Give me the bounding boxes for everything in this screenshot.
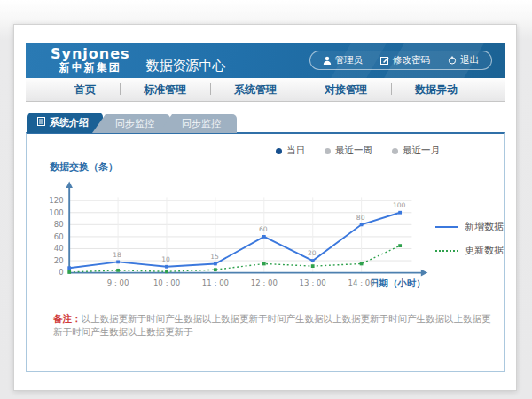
change-password-button[interactable]: 修改密码 bbox=[372, 54, 439, 66]
svg-text:60: 60 bbox=[54, 232, 64, 241]
nav-item-interface-mgmt[interactable]: 对接管理 bbox=[301, 82, 391, 98]
user-toolbar: 管理员 修改密码 退出 bbox=[309, 51, 493, 70]
company-logo: Synjones 新中新集团 bbox=[51, 47, 130, 73]
edit-icon bbox=[380, 56, 389, 65]
current-user-button[interactable]: 管理员 bbox=[314, 54, 372, 66]
nav-item-data-change[interactable]: 数据异动 bbox=[391, 82, 481, 98]
footnote-prefix: 备注： bbox=[53, 313, 82, 324]
range-option-label: 最近一周 bbox=[335, 145, 372, 157]
tab-sync-monitor-2[interactable]: 同步监控 bbox=[159, 114, 237, 133]
screen-background: Synjones 新中新集团 数据资源中心 管理员 修改密码 bbox=[0, 0, 532, 399]
svg-text:日期（小时）: 日期（小时） bbox=[370, 278, 425, 289]
current-user-label: 管理员 bbox=[335, 54, 364, 66]
svg-text:13：00: 13：00 bbox=[300, 278, 326, 287]
legend-label: 更新数据 bbox=[465, 244, 504, 257]
range-option-label: 最近一月 bbox=[403, 145, 440, 157]
svg-text:9：00: 9：00 bbox=[107, 278, 129, 287]
tab-sync-monitor-1[interactable]: 同步监控 bbox=[92, 114, 170, 133]
svg-text:11：00: 11：00 bbox=[202, 278, 229, 287]
svg-text:20: 20 bbox=[308, 249, 317, 257]
legend-item-new-data[interactable]: 新增数据 bbox=[435, 220, 504, 233]
svg-text:18: 18 bbox=[113, 251, 121, 259]
legend-line-dotted bbox=[435, 250, 458, 252]
nav-item-system-mgmt[interactable]: 系统管理 bbox=[210, 82, 301, 98]
logo-text-en: Synjones bbox=[51, 47, 130, 62]
svg-text:80: 80 bbox=[356, 214, 365, 222]
app-header: Synjones 新中新集团 数据资源中心 管理员 修改密码 bbox=[26, 43, 505, 78]
tab-label: 系统介绍 bbox=[50, 116, 89, 129]
svg-text:20: 20 bbox=[54, 256, 64, 265]
svg-text:10：00: 10：00 bbox=[153, 278, 180, 287]
power-icon bbox=[448, 56, 457, 65]
svg-text:120: 120 bbox=[49, 196, 63, 205]
range-option-today[interactable]: 当日 bbox=[276, 145, 305, 157]
svg-text:0: 0 bbox=[59, 268, 63, 277]
page-title: 数据资源中心 bbox=[146, 58, 226, 74]
svg-text:12：00: 12：00 bbox=[251, 278, 278, 287]
chart-legend: 新增数据 更新数据 bbox=[435, 220, 504, 294]
svg-text:40: 40 bbox=[54, 244, 64, 253]
range-option-last-month[interactable]: 最近一月 bbox=[392, 145, 440, 157]
svg-text:10: 10 bbox=[161, 255, 170, 263]
radio-dot-icon bbox=[392, 148, 398, 154]
user-icon bbox=[323, 56, 332, 65]
nav-item-home[interactable]: 首页 bbox=[51, 82, 120, 98]
main-nav: 首页 标准管理 系统管理 对接管理 数据异动 bbox=[26, 78, 505, 102]
logout-label: 退出 bbox=[460, 54, 479, 66]
svg-text:100: 100 bbox=[49, 208, 63, 217]
legend-label: 新增数据 bbox=[465, 220, 504, 233]
line-chart: 9：0010：0011：0012：0013：0014：0002040608010… bbox=[41, 176, 434, 294]
tab-system-intro[interactable]: 系统介绍 bbox=[27, 113, 103, 133]
legend-line-solid bbox=[435, 226, 458, 228]
radio-dot-icon bbox=[276, 148, 282, 154]
radio-dot-icon bbox=[325, 148, 331, 154]
footnote: 备注：以上数据更新于时间产生数据以上数据更新于时间产生数据以上数据更新于时间产生… bbox=[53, 312, 491, 338]
chart-block: 9：0010：0011：0012：0013：0014：0002040608010… bbox=[41, 176, 504, 294]
time-range-filter: 当日 最近一周 最近一月 bbox=[276, 145, 440, 157]
logo-text-cn: 新中新集团 bbox=[51, 62, 130, 74]
svg-text:80: 80 bbox=[54, 220, 64, 229]
legend-item-update-data[interactable]: 更新数据 bbox=[435, 244, 504, 257]
nav-item-standard-mgmt[interactable]: 标准管理 bbox=[120, 82, 210, 98]
change-password-label: 修改密码 bbox=[393, 54, 430, 66]
tab-bar: 系统介绍 同步监控 同步监控 bbox=[27, 113, 505, 133]
document-icon bbox=[37, 117, 45, 129]
page: Synjones 新中新集团 数据资源中心 管理员 修改密码 bbox=[13, 24, 517, 391]
chart-panel: 当日 最近一周 最近一月 数据交换（条） 9：0010：0011：0012：00… bbox=[26, 132, 505, 372]
y-axis-title: 数据交换（条） bbox=[50, 160, 504, 174]
svg-text:15: 15 bbox=[210, 253, 219, 261]
footnote-text: 以上数据更新于时间产生数据以上数据更新于时间产生数据以上数据更新于时间产生数据以… bbox=[53, 313, 491, 337]
range-option-last-week[interactable]: 最近一周 bbox=[325, 145, 372, 157]
svg-text:100: 100 bbox=[393, 201, 406, 209]
range-option-label: 当日 bbox=[286, 145, 305, 157]
logout-button[interactable]: 退出 bbox=[439, 54, 488, 66]
svg-text:60: 60 bbox=[259, 225, 268, 233]
content-area: 系统介绍 同步监控 同步监控 当日 最近一周 bbox=[26, 113, 505, 372]
